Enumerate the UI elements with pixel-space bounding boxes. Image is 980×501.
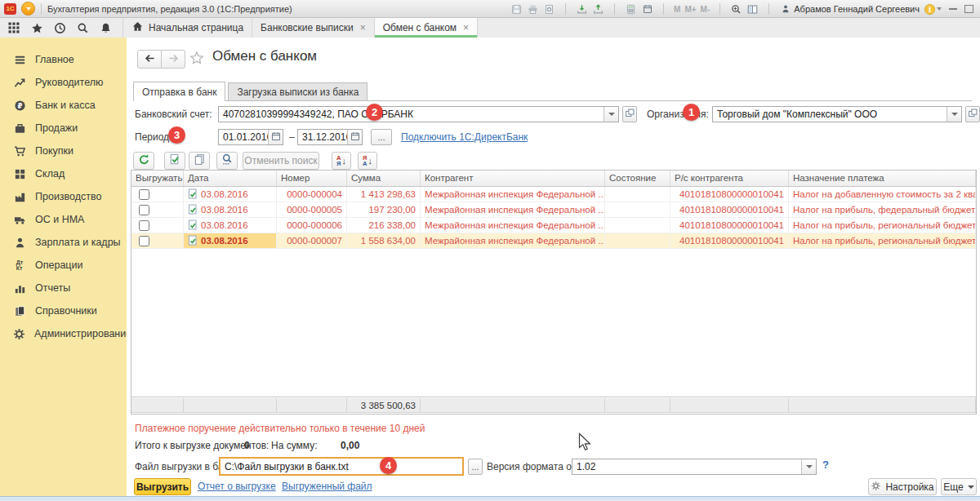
period-label: Период: xyxy=(135,129,172,145)
favorite-star-icon[interactable] xyxy=(189,51,204,68)
sidebar-item-fixed-assets[interactable]: ОС и НМА xyxy=(0,208,127,231)
tab-send-to-bank[interactable]: Отправка в банк xyxy=(133,82,225,101)
browse-file-button[interactable]: ... xyxy=(468,459,483,475)
total-sum-cell: 3 385 500,63 xyxy=(347,398,421,413)
period-more-button[interactable]: ... xyxy=(371,129,392,145)
form-tabs: Отправка в банк Загрузка выписки из банк… xyxy=(133,82,972,101)
split-view-icon[interactable] xyxy=(746,3,759,16)
cancel-search-button[interactable]: Отменить поиск xyxy=(243,152,319,170)
period-separator: – xyxy=(289,129,295,145)
back-button[interactable] xyxy=(137,50,162,69)
format-version-dropdown-icon[interactable] xyxy=(801,459,816,474)
find-button[interactable] xyxy=(216,152,238,170)
sidebar-item-bank-cash[interactable]: ₽ Банк и касса xyxy=(0,94,127,117)
posted-document-icon xyxy=(188,188,198,201)
sidebar-item-main[interactable]: Главное xyxy=(0,48,127,71)
row-checkbox[interactable] xyxy=(139,236,149,246)
table-row[interactable]: 03.08.20160000-000005197 230,00Межрайонн… xyxy=(131,202,976,218)
directbank-link[interactable]: Подключить 1С:ДиректБанк xyxy=(401,131,528,143)
history-clock-icon[interactable] xyxy=(54,22,66,34)
period-to-field[interactable]: 31.12.2016 xyxy=(297,129,363,145)
zoom-icon[interactable] xyxy=(730,3,742,16)
table-row[interactable]: 03.08.20160000-0000041 413 298,63Межрайо… xyxy=(131,187,976,202)
calendar-icon[interactable] xyxy=(641,3,653,16)
more-button[interactable]: Еще xyxy=(941,478,977,495)
help-link[interactable]: ? xyxy=(822,459,829,471)
forward-button[interactable] xyxy=(162,50,185,69)
close-tab-icon[interactable]: × xyxy=(463,22,469,33)
print-preview-icon[interactable] xyxy=(543,3,555,16)
favorites-star-icon[interactable] xyxy=(31,22,43,34)
row-purpose: Налог на добавленную стоимость за 2 квар… xyxy=(789,187,976,202)
tab-bank-statements[interactable]: Банковские выписки × xyxy=(252,18,374,38)
period-from-field[interactable]: 01.01.2016 xyxy=(218,129,283,145)
apps-grid-icon[interactable] xyxy=(7,21,20,34)
calculator-icon[interactable] xyxy=(625,3,637,16)
bank-account-field[interactable]: 40702810399994349242, ПАО СБЕРБАНК xyxy=(218,106,619,122)
column-header[interactable]: Контрагент xyxy=(421,171,605,186)
sort-desc-button[interactable]: ЯА↓ xyxy=(358,152,377,170)
sort-asc-icon: АЯ↓ xyxy=(336,155,346,166)
memory-m-button[interactable]: M xyxy=(674,5,680,14)
organization-dropdown-icon[interactable] xyxy=(947,107,961,122)
upload-report-link[interactable]: Отчет о выгрузке xyxy=(198,481,276,492)
row-checkbox[interactable] xyxy=(139,189,149,200)
column-header[interactable]: Номер xyxy=(277,171,347,186)
tab-bank-exchange[interactable]: Обмен с банком × xyxy=(374,18,478,38)
sidebar-item-production[interactable]: Производство xyxy=(0,185,127,208)
sidebar-item-operations[interactable]: ДтКт Операции xyxy=(0,254,127,277)
upload-file-field[interactable]: C:\Файл выгрузки в банк.txt xyxy=(219,457,464,476)
upload-button[interactable]: Выгрузить xyxy=(134,478,191,495)
calendar-icon[interactable] xyxy=(268,130,283,144)
sidebar-item-directories[interactable]: Справочники xyxy=(0,299,127,322)
close-tab-icon[interactable]: × xyxy=(360,22,366,33)
sidebar-item-sales[interactable]: Продажи xyxy=(0,117,127,140)
open-organization-button[interactable] xyxy=(965,106,980,122)
gear-icon xyxy=(13,328,25,340)
table-row[interactable]: 03.08.20160000-000006216 338,00Межрайонн… xyxy=(131,218,976,233)
row-checkbox[interactable] xyxy=(139,220,149,231)
column-header[interactable]: Дата xyxy=(184,171,277,186)
tab-label: Начальная страница xyxy=(149,22,243,33)
import-icon[interactable] xyxy=(576,3,588,16)
info-button[interactable]: i xyxy=(924,3,942,16)
main-menu-button[interactable] xyxy=(21,2,35,16)
column-header[interactable]: Выгружать xyxy=(131,171,184,186)
table-row[interactable]: 03.08.20160000-0000071 558 634,00Межрайо… xyxy=(131,233,976,249)
sidebar-item-administration[interactable]: Администрирование xyxy=(0,322,127,345)
row-purpose: Налог на прибыль, федеральный бюджет за … xyxy=(789,202,976,218)
calendar-icon[interactable] xyxy=(347,130,362,144)
sort-asc-button[interactable]: АЯ↓ xyxy=(332,152,351,170)
minimize-button[interactable] xyxy=(949,8,957,10)
memory-mminus-button[interactable]: M- xyxy=(701,5,710,14)
maximize-button[interactable] xyxy=(964,5,973,13)
tab-home[interactable]: Начальная страница xyxy=(122,18,252,38)
column-header[interactable]: Сумма xyxy=(347,171,421,186)
check-all-button[interactable] xyxy=(164,152,185,170)
organization-field[interactable]: Торговый дом "Комплексный" ООО xyxy=(712,106,962,122)
format-version-field[interactable]: 1.02 xyxy=(572,459,817,475)
open-bank-account-button[interactable] xyxy=(622,106,637,122)
column-header[interactable]: Назначение платежа xyxy=(789,171,976,186)
column-header[interactable]: Р/с контрагента xyxy=(670,171,789,186)
save-icon[interactable] xyxy=(510,3,523,16)
sidebar-item-manager[interactable]: Руководителю xyxy=(0,71,127,94)
tab-load-statement[interactable]: Загрузка выписки из банка xyxy=(228,82,368,100)
settings-button[interactable]: Настройка xyxy=(868,478,937,495)
current-user[interactable]: Абрамов Геннадий Сергеевич xyxy=(779,3,920,16)
print-icon[interactable] xyxy=(527,3,539,16)
sidebar-item-reports[interactable]: Отчеты xyxy=(0,277,127,299)
sidebar-item-salary-hr[interactable]: Зарплата и кадры xyxy=(0,231,127,254)
memory-mplus-button[interactable]: M+ xyxy=(684,5,696,14)
column-header[interactable]: Состояние xyxy=(605,171,670,186)
clear-flags-button[interactable] xyxy=(189,152,210,170)
bank-account-dropdown-icon[interactable] xyxy=(604,107,618,122)
refresh-button[interactable] xyxy=(133,152,154,170)
export-icon[interactable] xyxy=(592,3,604,16)
uploaded-file-link[interactable]: Выгруженный файл xyxy=(282,481,372,492)
search-icon[interactable] xyxy=(77,22,89,34)
sidebar-item-purchases[interactable]: Покупки xyxy=(0,140,127,162)
notifications-bell-icon[interactable] xyxy=(100,22,112,34)
sidebar-item-warehouse[interactable]: Склад xyxy=(0,162,127,185)
row-checkbox[interactable] xyxy=(139,205,149,215)
